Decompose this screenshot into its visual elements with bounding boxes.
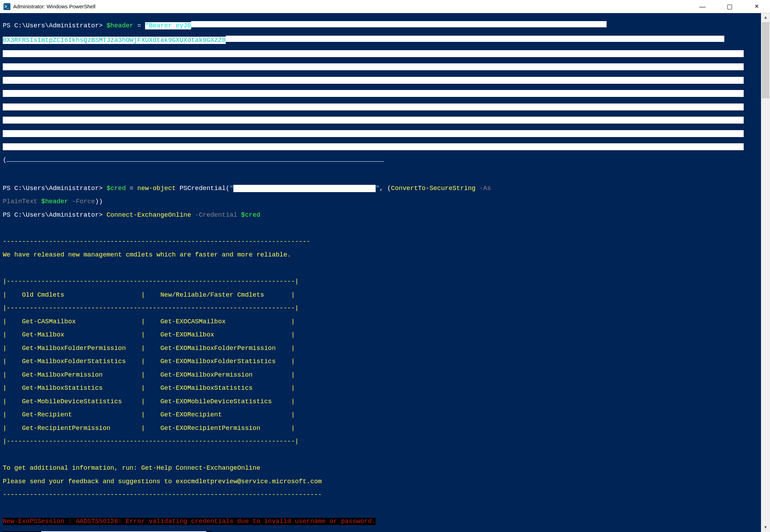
minimize-button[interactable]: — [689,0,716,13]
maximize-button[interactable]: ▢ [716,0,743,13]
help-text: To get additional information, run: Get-… [3,465,759,472]
divider: ----------------------------------------… [3,239,759,246]
scroll-up-arrow[interactable]: ▲ [761,13,770,22]
cmd-new-object: new-object [137,185,176,192]
table-row: | Get-Mailbox | Get-EXOMailbox | [3,332,759,339]
table-row: | Get-MailboxStatistics | Get-EXOMailbox… [3,385,759,392]
table-row: | Get-MailboxFolderStatistics | Get-EXOM… [3,359,759,366]
bearer-token-start: "Bearer eyJ0 [145,22,191,29]
variable-cred: $cred [107,185,126,192]
scroll-track[interactable] [761,22,770,523]
ps-prompt: PS C:\Users\Administrator> [3,22,107,29]
table-row: | Get-Recipient | Get-EXORecipient | [3,412,759,419]
ps-prompt: PS C:\Users\Administrator> [3,185,107,192]
powershell-icon: >_ [3,3,10,10]
table-row: | Get-MailboxPermission | Get-EXOMailbox… [3,372,759,379]
help-text: Please send your feedback and suggestion… [3,479,759,486]
table-border: |---------------------------------------… [3,305,759,312]
close-button[interactable]: ✕ [743,0,770,13]
divider: ----------------------------------------… [3,492,759,499]
table-row: | Get-MailboxFolderPermission | Get-EXOM… [3,345,759,352]
table-row: | Get-MobileDeviceStatistics | Get-EXOMo… [3,399,759,406]
ps-prompt: PS C:\Users\Administrator> [3,211,107,219]
bearer-token-cont: 0X3RFRSIsImtpZCI6IkhsQzBSMTJza3hOWjFXUXd… [3,37,226,44]
table-row: | Get-RecipientPermission | Get-EXORecip… [3,425,759,432]
scroll-down-arrow[interactable]: ▼ [761,523,770,532]
variable-cred-ref: $cred [241,211,260,219]
variable-header: $header [107,22,134,29]
window-titlebar: >_ Administrator: Windows PowerShell — ▢… [0,0,770,13]
redacted-username [233,185,376,192]
window-title: Administrator: Windows PowerShell [13,4,96,9]
error-line: New-ExoPSSession : AADSTS50126: Error va… [3,518,376,525]
terminal-output[interactable]: PS C:\Users\Administrator> $header = "Be… [0,13,761,532]
arg-credential: -Credential [191,211,241,219]
variable-header-ref: $header [41,198,68,205]
table-border: |---------------------------------------… [3,439,759,445]
table-row: | Get-CASMailbox | Get-EXOCASMailbox | [3,319,759,326]
banner-text: We have released new management cmdlets … [3,252,759,259]
table-border: |---------------------------------------… [3,279,759,286]
table-header: | Old Cmdlets | New/Reliable/Faster Cmdl… [3,292,759,299]
scroll-thumb[interactable] [762,22,769,98]
vertical-scrollbar[interactable]: ▲ ▼ [761,13,770,532]
cmd-convertto-securestring: ConvertTo-SecureString [391,185,475,192]
open-paren: ( [3,156,7,164]
cmd-connect-exchangeonline: Connect-ExchangeOnline [107,211,191,219]
